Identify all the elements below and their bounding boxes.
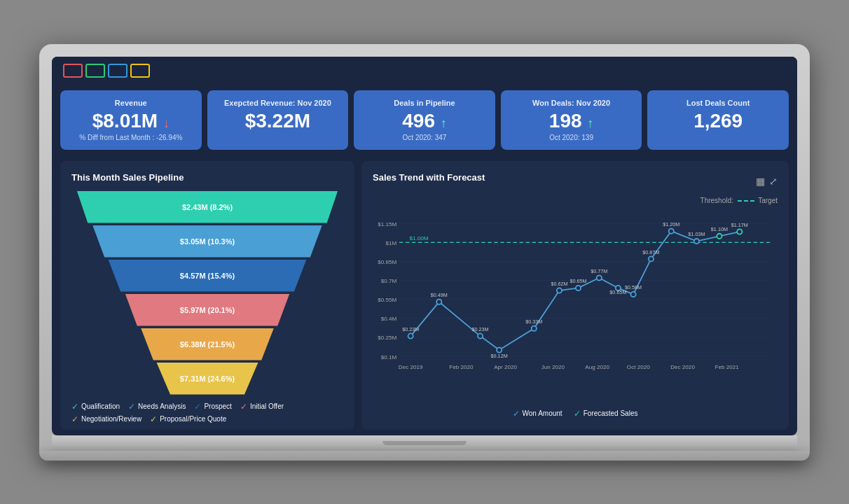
svg-point-24 (497, 347, 502, 352)
funnel-bar-4: $5.97M (20.1%) (122, 294, 293, 326)
svg-text:Apr 2020: Apr 2020 (494, 364, 517, 370)
legend-won-amount: ✓ Won Amount (513, 409, 562, 419)
svg-point-22 (478, 333, 483, 338)
logo-blue (108, 64, 127, 78)
svg-text:Dec 2020: Dec 2020 (670, 364, 695, 370)
svg-text:Oct 2020: Oct 2020 (627, 364, 650, 370)
top-bar (52, 57, 797, 85)
svg-point-44 (717, 233, 722, 238)
svg-text:$0.62M: $0.62M (551, 280, 567, 286)
logo (63, 64, 150, 78)
svg-text:Jun 2020: Jun 2020 (541, 364, 565, 370)
svg-point-26 (532, 326, 537, 330)
svg-point-28 (557, 288, 562, 293)
kpi-pipeline: Deals in Pipeline 496 ↑ Oct 2020: 347 (354, 90, 495, 150)
svg-point-36 (630, 291, 635, 296)
expand-icon[interactable]: ⤢ (769, 176, 778, 187)
kpi-row: Revenue $8.01M ↓ % Diff from Last Month … (52, 85, 797, 155)
svg-text:$1.10M: $1.10M (711, 226, 728, 232)
svg-text:$0.65M: $0.65M (570, 278, 586, 284)
threshold-label: Threshold: Target (700, 197, 778, 204)
svg-text:$0.23M: $0.23M (402, 326, 419, 332)
trend-svg: $1.15M $1M $0.85M $0.7M $0.55M $0.4M $0.… (373, 197, 778, 405)
legend-initial-offer: ✓ Initial Offer (240, 402, 284, 412)
svg-text:$0.25M: $0.25M (378, 335, 396, 341)
svg-text:$1.20M: $1.20M (663, 220, 679, 227)
svg-point-40 (669, 228, 674, 233)
trend-header: Sales Trend with Forecast ▦ ⤢ (373, 172, 778, 191)
kpi-pipeline-sub: Oct 2020: 347 (366, 134, 483, 141)
logo-red (63, 64, 83, 78)
won-arrow-up: ↑ (587, 116, 593, 130)
legend-negotiation: ✓ Negotiation/Review (71, 414, 142, 424)
funnel-bar-3: $4.57M (15.4%) (104, 260, 311, 292)
svg-point-38 (649, 256, 654, 261)
svg-text:Aug 2020: Aug 2020 (585, 364, 609, 370)
svg-text:$0.23M: $0.23M (471, 326, 488, 332)
svg-text:$0.4M: $0.4M (381, 316, 397, 322)
pipeline-arrow-up: ↑ (441, 116, 447, 130)
kpi-lost-value: 1,269 (660, 111, 776, 131)
svg-text:Dec 2019: Dec 2019 (399, 364, 423, 370)
svg-text:$0.87M: $0.87M (642, 248, 659, 255)
legend-proposal: ✓ Proposal/Price Quote (150, 414, 226, 424)
svg-point-20 (436, 299, 441, 304)
kpi-revenue-value: $8.01M ↓ (73, 111, 189, 131)
kpi-won-title: Won Deals: Nov 2020 (513, 99, 630, 107)
funnel-bar-6: $7.31M (24.6%) (154, 363, 260, 395)
kpi-pipeline-value: 496 ↑ (366, 111, 483, 131)
logo-yellow (130, 64, 150, 78)
kpi-expected-value: $3.22M (220, 111, 336, 131)
trend-chart-area: Threshold: Target $1.15M $1M $0.85M $0.7… (373, 197, 778, 405)
trend-title: Sales Trend with Forecast (373, 172, 485, 183)
kpi-expected-title: Exepcted Revenue: Nov 2020 (220, 99, 336, 107)
legend-forecasted-sales: ✓ Forecasted Sales (574, 409, 638, 419)
kpi-revenue: Revenue $8.01M ↓ % Diff from Last Month … (60, 90, 202, 150)
charts-row: This Month Sales Pipeline $2.43M (8.2%) … (52, 155, 797, 435)
kpi-expected: Exepcted Revenue: Nov 2020 $3.22M (207, 90, 349, 150)
revenue-arrow-down: ↓ (163, 116, 170, 130)
funnel-bar-5: $6.38M (21.5%) (138, 328, 277, 360)
trend-icons[interactable]: ▦ ⤢ (756, 176, 778, 187)
svg-text:$0.58M: $0.58M (625, 284, 642, 290)
legend-qualification: ✓ Qualification (71, 402, 120, 412)
svg-text:$0.55M: $0.55M (378, 297, 396, 303)
logo-green (85, 64, 105, 78)
svg-text:$0.65M: $0.65M (609, 289, 626, 295)
kpi-lost-title: Lost Deals Count (660, 99, 776, 107)
svg-text:$0.7M: $0.7M (381, 278, 397, 284)
funnel-panel: This Month Sales Pipeline $2.43M (8.2%) … (60, 161, 354, 430)
svg-point-30 (576, 285, 581, 290)
svg-text:$1.17M: $1.17M (731, 221, 748, 227)
svg-text:$0.77M: $0.77M (591, 267, 607, 274)
trend-legend: ✓ Won Amount ✓ Forecasted Sales (373, 409, 778, 419)
kpi-lost: Lost Deals Count 1,269 (647, 90, 789, 150)
svg-point-42 (694, 238, 699, 243)
kpi-won-sub: Oct 2020: 139 (513, 134, 630, 141)
svg-text:Feb 2020: Feb 2020 (449, 364, 474, 370)
laptop-bottom (52, 435, 797, 451)
kpi-revenue-title: Revenue (73, 99, 189, 107)
svg-point-46 (737, 229, 742, 234)
kpi-revenue-sub: % Diff from Last Month : -26.94% (73, 134, 189, 141)
svg-text:$1.15M: $1.15M (378, 220, 396, 227)
svg-text:$0.1M: $0.1M (381, 354, 397, 360)
svg-text:Feb 2021: Feb 2021 (715, 364, 740, 370)
laptop-notch (382, 441, 467, 445)
svg-text:$0.49M: $0.49M (431, 292, 448, 298)
svg-text:$1M: $1M (386, 240, 397, 246)
kpi-pipeline-title: Deals in Pipeline (366, 99, 483, 107)
svg-point-18 (408, 333, 413, 338)
funnel-title: This Month Sales Pipeline (71, 172, 343, 183)
funnel-legend: ✓ Qualification ✓ Needs Analysis ✓ Prosp… (71, 402, 343, 424)
svg-point-32 (597, 275, 602, 280)
funnel-container: $2.43M (8.2%) $3.05M (10.3%) $4.57M (15.… (71, 191, 343, 395)
kpi-won-value: 198 ↑ (513, 111, 630, 131)
svg-text:$1.03M: $1.03M (688, 231, 705, 237)
funnel-bar-1: $2.43M (8.2%) (71, 191, 343, 223)
svg-text:$0.33M: $0.33M (525, 318, 542, 325)
bar-chart-icon[interactable]: ▦ (756, 176, 765, 187)
screen: Revenue $8.01M ↓ % Diff from Last Month … (52, 57, 797, 435)
laptop-base (39, 451, 810, 461)
legend-prospect: ✓ Prospect (194, 402, 231, 412)
